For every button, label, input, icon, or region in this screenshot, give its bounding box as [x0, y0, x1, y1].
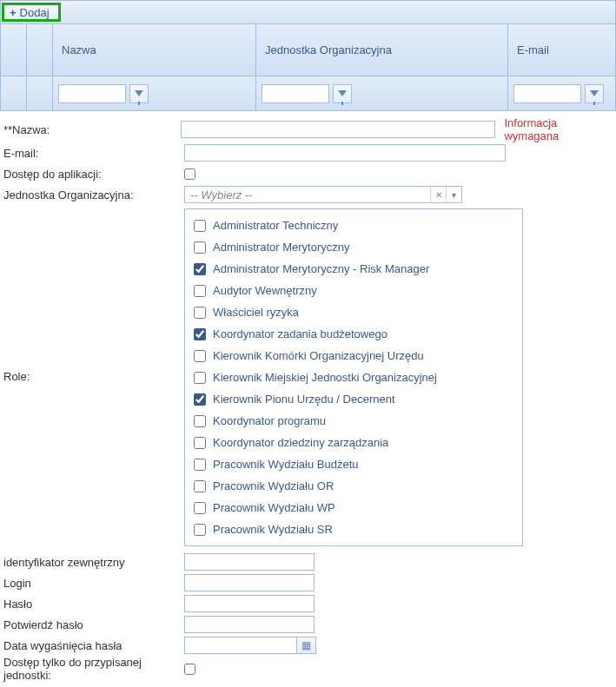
role-item[interactable]: Koordynator programu	[194, 410, 513, 432]
role-checkbox[interactable]	[194, 524, 206, 536]
role-label-text: Właściciel ryzyka	[213, 306, 299, 319]
role-item[interactable]: Pracownik Wydziału SR	[194, 519, 513, 540]
expiry-label: Data wygaśnięcia hasła	[3, 639, 184, 652]
role-checkbox[interactable]	[194, 437, 206, 449]
role-checkbox[interactable]	[194, 480, 206, 492]
password-input[interactable]	[184, 595, 315, 612]
role-item[interactable]: Administrator Techniczny	[194, 215, 513, 236]
filter-name-input[interactable]	[58, 84, 126, 103]
name-input[interactable]	[181, 121, 496, 138]
role-label-text: Koordynator dziedziny zarządzania	[213, 436, 388, 449]
restrict-checkbox[interactable]	[184, 664, 195, 675]
role-checkbox[interactable]	[194, 307, 206, 319]
expiry-date-input[interactable]	[184, 637, 297, 654]
restrict-label: Dostęp tylko do przypisanej jednostki:	[3, 656, 184, 682]
add-button[interactable]: + Dodaj	[2, 3, 61, 22]
ext-id-input[interactable]	[184, 553, 315, 571]
email-input[interactable]	[184, 144, 506, 162]
login-label: Login	[3, 577, 184, 590]
filter-unit-input[interactable]	[262, 84, 329, 103]
expiry-calendar-button[interactable]: ▦	[297, 637, 316, 654]
plus-icon: +	[10, 6, 17, 19]
row-login: Login	[3, 572, 613, 593]
role-label-text: Kierownik Miejskiej Jednostki Organizacy…	[213, 371, 437, 384]
grid-filter-email	[508, 76, 615, 110]
detail-form: **Nazwa: Informacja wymagana E-mail: Dos…	[0, 111, 616, 687]
filter-email-input[interactable]	[513, 84, 581, 103]
confirm-password-input[interactable]	[184, 616, 315, 633]
unit-combobox[interactable]: -- Wybierz -- ✕ ▾	[184, 186, 462, 203]
row-restrict: Dostęp tylko do przypisanej jednostki:	[3, 656, 613, 682]
role-item[interactable]: Koordynator dziedziny zarządzania	[194, 432, 513, 453]
filter-unit-button[interactable]	[333, 84, 352, 103]
row-roles: Role: Administrator TechnicznyAdministra…	[3, 205, 613, 546]
grid-col-expand	[27, 24, 53, 76]
role-label-text: Administrator Merytoryczny	[213, 241, 349, 254]
grid-filter-row	[0, 76, 616, 111]
role-label-text: Pracownik Wydziału WP	[213, 501, 335, 514]
role-checkbox[interactable]	[194, 415, 206, 427]
login-input[interactable]	[184, 574, 315, 591]
role-item[interactable]: Pracownik Wydziału Budżetu	[194, 453, 513, 475]
row-unit: Jednostka Organizacyjna: -- Wybierz -- ✕…	[3, 184, 613, 205]
funnel-icon	[338, 90, 347, 96]
funnel-icon	[135, 90, 143, 96]
role-item[interactable]: Administrator Merytoryczny - Risk Manage…	[194, 258, 513, 280]
access-label: Dostęp do aplikacji:	[3, 168, 184, 181]
role-item[interactable]: Kierownik Komórki Organizacyjnej Urzędu	[194, 345, 513, 367]
ext-id-label: identyfikator zewnętrzny	[3, 556, 184, 569]
grid-filter-select	[1, 76, 27, 110]
role-checkbox[interactable]	[194, 459, 206, 471]
role-item[interactable]: Właściciel ryzyka	[194, 301, 513, 323]
grid-filter-unit	[256, 76, 508, 110]
role-item[interactable]: Koordynator zadania budżetowego	[194, 323, 513, 345]
role-item[interactable]: Audytor Wewnętrzny	[194, 280, 513, 301]
grid-filter-name	[53, 76, 256, 110]
role-checkbox[interactable]	[194, 328, 206, 340]
role-checkbox[interactable]	[194, 285, 206, 297]
grid-col-email-label: E-mail	[517, 43, 549, 56]
filter-email-button[interactable]	[585, 84, 604, 103]
row-confirm: Potwierdź hasło	[3, 614, 613, 635]
filter-name-button[interactable]	[129, 84, 149, 103]
role-checkbox[interactable]	[194, 220, 206, 232]
role-item[interactable]: Administrator Merytoryczny	[194, 236, 513, 258]
required-message: Informacja wymagana	[504, 116, 613, 142]
unit-label: Jednostka Organizacyjna:	[3, 188, 184, 201]
grid-col-name-label: Nazwa	[62, 43, 96, 56]
role-checkbox[interactable]	[194, 372, 206, 384]
combo-clear-icon[interactable]: ✕	[430, 187, 446, 202]
row-access: Dostęp do aplikacji:	[3, 163, 613, 184]
role-item[interactable]: Kierownik Miejskiej Jednostki Organizacy…	[194, 367, 513, 388]
role-label-text: Administrator Techniczny	[213, 219, 338, 232]
row-name: **Nazwa: Informacja wymagana	[3, 116, 613, 142]
role-label: Role:	[3, 205, 184, 383]
role-label-text: Kierownik Pionu Urzędu / Decernent	[213, 393, 395, 406]
grid-col-name[interactable]: Nazwa	[53, 24, 256, 76]
row-email: E-mail:	[3, 142, 613, 163]
role-item[interactable]: Pracownik Wydziału OR	[194, 475, 513, 497]
grid-col-email[interactable]: E-mail	[508, 24, 615, 76]
name-label: **Nazwa:	[3, 123, 181, 136]
role-label-text: Koordynator programu	[213, 414, 326, 427]
grid-col-unit[interactable]: Jednostka Organizacyjna	[256, 24, 508, 76]
role-label-text: Pracownik Wydziału OR	[213, 479, 334, 492]
role-checkbox[interactable]	[194, 393, 206, 406]
grid-col-select	[1, 24, 27, 76]
role-checkbox[interactable]	[194, 241, 206, 254]
email-label: E-mail:	[3, 147, 184, 160]
role-checkbox[interactable]	[194, 263, 206, 275]
role-checkbox[interactable]	[194, 350, 206, 362]
role-label-text: Kierownik Komórki Organizacyjnej Urzędu	[213, 349, 424, 362]
chevron-down-icon[interactable]: ▾	[446, 187, 461, 202]
role-label-text: Administrator Merytoryczny - Risk Manage…	[213, 262, 429, 275]
grid-filter-expand	[27, 76, 53, 110]
role-item[interactable]: Kierownik Pionu Urzędu / Decernent	[194, 388, 513, 410]
role-item[interactable]: Pracownik Wydziału WP	[194, 497, 513, 519]
add-button-label: Dodaj	[20, 6, 50, 19]
row-password: Hasło	[3, 593, 613, 614]
role-checkbox[interactable]	[194, 502, 206, 514]
role-label-text: Pracownik Wydziału SR	[213, 523, 333, 536]
row-expiry: Data wygaśnięcia hasła ▦	[3, 635, 613, 656]
access-checkbox[interactable]	[184, 168, 195, 180]
